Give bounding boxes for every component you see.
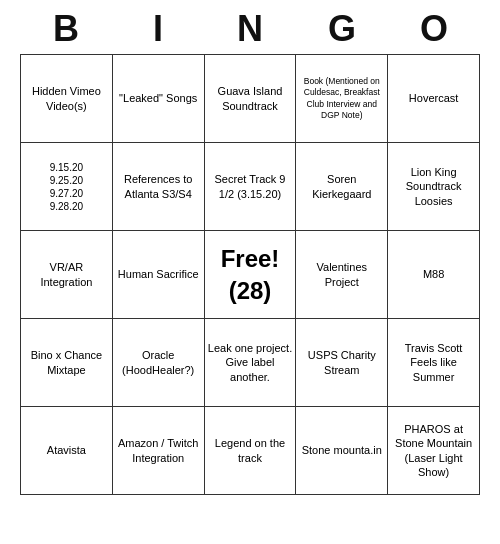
cell-r4-c1: Amazon / Twitch Integration <box>112 407 204 495</box>
cell-r0-c2: Guava Island Soundtrack <box>204 55 296 143</box>
cell-r1-c2: Secret Track 9 1/2 (3.15.20) <box>204 143 296 231</box>
cell-r2-c3: Valentines Project <box>296 231 388 319</box>
letter-o: O <box>394 8 474 50</box>
bingo-header: B I N G O <box>20 0 480 54</box>
cell-r0-c4: Hovercast <box>388 55 480 143</box>
cell-r0-c0: Hidden Vimeo Video(s) <box>21 55 113 143</box>
cell-r4-c3: Stone mounta.in <box>296 407 388 495</box>
cell-r3-c2: Leak one project. Give label another. <box>204 319 296 407</box>
cell-r0-c1: "Leaked" Songs <box>112 55 204 143</box>
cell-r3-c4: Travis Scott Feels like Summer <box>388 319 480 407</box>
cell-r1-c3: Soren Kierkegaard <box>296 143 388 231</box>
cell-r4-c4: PHAROS at Stone Mountain (Laser Light Sh… <box>388 407 480 495</box>
letter-b: B <box>26 8 106 50</box>
cell-r2-c0: VR/AR Integration <box>21 231 113 319</box>
cell-r1-c1: References to Atlanta S3/S4 <box>112 143 204 231</box>
cell-r3-c1: Oracle (HoodHealer?) <box>112 319 204 407</box>
letter-g: G <box>302 8 382 50</box>
cell-r0-c3: Book (Mentioned on Culdesac, Breakfast C… <box>296 55 388 143</box>
cell-r2-c2: Free! (28) <box>204 231 296 319</box>
cell-r3-c3: USPS Charity Stream <box>296 319 388 407</box>
cell-r4-c2: Legend on the track <box>204 407 296 495</box>
bingo-grid: Hidden Vimeo Video(s)"Leaked" SongsGuava… <box>20 54 480 495</box>
cell-r1-c4: Lion King Soundtrack Loosies <box>388 143 480 231</box>
cell-r2-c4: M88 <box>388 231 480 319</box>
letter-n: N <box>210 8 290 50</box>
cell-r2-c1: Human Sacrifice <box>112 231 204 319</box>
letter-i: I <box>118 8 198 50</box>
cell-r1-c0: 9.15.20 9.25.20 9.27.20 9.28.20 <box>21 143 113 231</box>
cell-r4-c0: Atavista <box>21 407 113 495</box>
cell-r3-c0: Bino x Chance Mixtape <box>21 319 113 407</box>
